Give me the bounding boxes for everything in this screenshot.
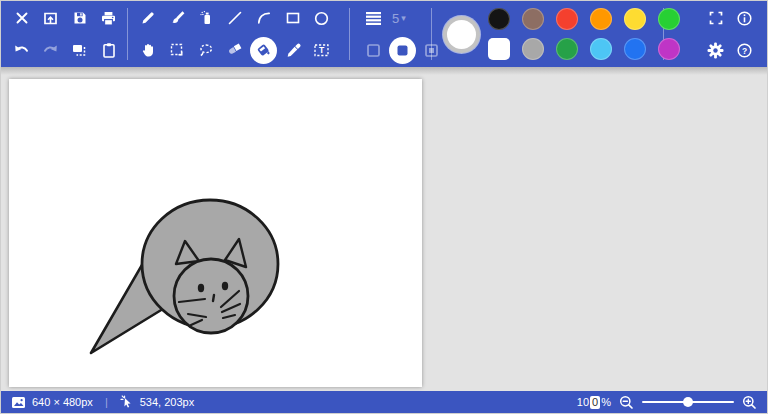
file-group xyxy=(7,2,123,34)
redo-icon xyxy=(42,42,59,58)
select-rect-icon xyxy=(169,42,185,58)
image-size-icon xyxy=(11,396,26,409)
undo-button[interactable] xyxy=(7,36,36,64)
eraser-tool-button[interactable] xyxy=(220,36,249,64)
paste-icon xyxy=(101,42,117,59)
zoom-percent-edit-digit[interactable]: 0 xyxy=(590,396,600,409)
cursor-position-label: 534, 203px xyxy=(140,396,194,408)
color-swatch-green[interactable] xyxy=(658,8,680,30)
toolbar: 5 ▾ xyxy=(1,1,767,67)
style-outline-icon xyxy=(366,43,381,58)
fill-tool-button[interactable] xyxy=(249,36,278,64)
style-filled-selected-ring xyxy=(389,37,416,64)
color-swatch-dark-green[interactable] xyxy=(556,38,578,60)
print-button[interactable] xyxy=(94,4,123,32)
ellipse-tool-button[interactable] xyxy=(307,4,336,32)
cat-drawing xyxy=(9,79,422,387)
color-swatch-black[interactable] xyxy=(488,8,510,30)
select-lasso-tool-button[interactable] xyxy=(191,36,220,64)
curve-icon xyxy=(256,10,272,26)
zoom-percent-field[interactable]: 10 0 % xyxy=(577,396,611,409)
line-icon xyxy=(227,10,243,26)
color-swatch-white-selected[interactable] xyxy=(488,38,510,60)
fullscreen-button[interactable] xyxy=(701,4,730,32)
style-filled-button[interactable] xyxy=(388,36,417,64)
spray-icon xyxy=(198,10,214,26)
window-group-top xyxy=(701,2,759,34)
select-tools-group: T xyxy=(133,34,336,66)
fullscreen-icon xyxy=(708,10,724,26)
zoom-in-icon[interactable] xyxy=(742,395,757,410)
undo-icon xyxy=(13,42,30,58)
line-width-button[interactable] xyxy=(359,4,388,32)
color-swatch-gray[interactable] xyxy=(522,38,544,60)
save-button[interactable] xyxy=(65,4,94,32)
paste-button[interactable] xyxy=(94,36,123,64)
toolbar-divider xyxy=(349,8,350,60)
curve-tool-button[interactable] xyxy=(249,4,278,32)
resize-canvas-button[interactable] xyxy=(65,36,94,64)
select-rect-tool-button[interactable] xyxy=(162,36,191,64)
info-button[interactable] xyxy=(730,4,759,32)
pencil-tool-button[interactable] xyxy=(133,4,162,32)
status-left: 640 × 480px | 534, 203px xyxy=(1,395,194,409)
line-width-group: 5 ▾ xyxy=(359,2,406,34)
eraser-icon xyxy=(227,42,243,58)
rectangle-icon xyxy=(285,10,301,26)
status-divider: | xyxy=(105,396,108,408)
ellipse-icon xyxy=(313,10,330,27)
svg-text:?: ? xyxy=(742,45,747,55)
help-button[interactable]: ? xyxy=(730,36,759,64)
color-swatch-red[interactable] xyxy=(556,8,578,30)
close-icon xyxy=(14,10,30,26)
open-button[interactable] xyxy=(36,4,65,32)
drawing-canvas[interactable] xyxy=(9,79,422,387)
redo-button[interactable] xyxy=(36,36,65,64)
brush-tool-button[interactable] xyxy=(162,4,191,32)
save-icon xyxy=(72,10,88,26)
color-swatch-yellow[interactable] xyxy=(624,8,646,30)
edit-group xyxy=(7,34,123,66)
shape-style-group xyxy=(359,34,446,66)
close-button[interactable] xyxy=(7,4,36,32)
fill-icon xyxy=(255,42,272,59)
style-outline-button[interactable] xyxy=(359,36,388,64)
zoom-slider-handle[interactable] xyxy=(683,397,693,407)
rectangle-tool-button[interactable] xyxy=(278,4,307,32)
color-swatch-blue[interactable] xyxy=(624,38,646,60)
gear-icon xyxy=(707,42,724,59)
hand-icon xyxy=(140,42,156,58)
zoom-percent-prefix: 10 xyxy=(577,396,589,408)
color-swatch-brown[interactable] xyxy=(522,8,544,30)
open-icon xyxy=(42,10,59,27)
color-swatch-magenta[interactable] xyxy=(658,38,680,60)
status-bar: 640 × 480px | 534, 203px 10 0 % xyxy=(1,391,767,413)
current-color-indicator[interactable] xyxy=(447,20,476,49)
zoom-out-icon[interactable] xyxy=(619,395,634,410)
resize-icon xyxy=(71,42,88,58)
line-tool-button[interactable] xyxy=(220,4,249,32)
zoom-slider[interactable] xyxy=(642,396,734,408)
line-width-value[interactable]: 5 xyxy=(392,11,399,26)
help-icon: ? xyxy=(736,42,753,59)
style-outline-filled-icon xyxy=(424,43,439,58)
color-swatch-orange[interactable] xyxy=(590,8,612,30)
text-tool-button[interactable]: T xyxy=(307,36,336,64)
color-swatch-light-blue[interactable] xyxy=(590,38,612,60)
fill-tool-selected-ring xyxy=(250,37,277,64)
text-tool-icon: T xyxy=(313,42,330,58)
pan-tool-button[interactable] xyxy=(133,36,162,64)
eyedropper-tool-button[interactable] xyxy=(278,36,307,64)
toolbar-divider xyxy=(127,8,128,60)
draw-tools-group xyxy=(133,2,336,34)
color-palette xyxy=(439,1,680,67)
select-lasso-icon xyxy=(198,42,214,58)
style-filled-icon xyxy=(395,43,410,58)
line-width-caret-icon[interactable]: ▾ xyxy=(401,13,406,23)
cursor-position-icon xyxy=(120,395,134,409)
svg-text:T: T xyxy=(319,45,325,55)
spray-tool-button[interactable] xyxy=(191,4,220,32)
settings-button[interactable] xyxy=(701,36,730,64)
workspace xyxy=(1,67,767,393)
canvas-size-label: 640 × 480px xyxy=(32,396,93,408)
